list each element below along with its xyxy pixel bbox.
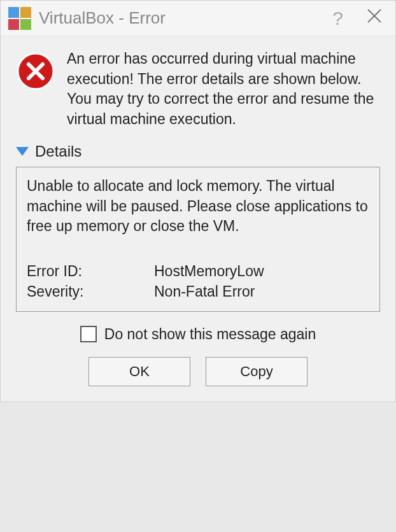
svg-rect-1 (20, 7, 31, 18)
copy-button[interactable]: Copy (206, 357, 308, 386)
close-icon[interactable] (361, 8, 388, 29)
error-id-value: HostMemoryLow (154, 261, 369, 281)
checkbox-row: Do not show this message again (16, 326, 380, 343)
window-title: VirtualBox - Error (39, 8, 332, 28)
error-message: An error has occurred during virtual mac… (67, 49, 380, 130)
dont-show-checkbox[interactable] (80, 326, 97, 342)
details-label: Details (35, 143, 81, 160)
svg-rect-0 (8, 7, 19, 18)
details-toggle[interactable]: Details (16, 143, 380, 160)
button-row: OK Copy (16, 357, 380, 391)
titlebar: VirtualBox - Error ? (1, 1, 395, 36)
help-icon[interactable]: ? (332, 8, 343, 29)
svg-rect-3 (20, 19, 31, 30)
error-id-row: Error ID: HostMemoryLow (27, 261, 369, 281)
error-dialog: VirtualBox - Error ? An error has occurr… (0, 0, 396, 402)
details-text: Unable to allocate and lock memory. The … (27, 176, 369, 237)
virtualbox-icon (8, 7, 31, 30)
severity-value: Non-Fatal Error (154, 281, 369, 302)
svg-rect-2 (8, 19, 19, 30)
severity-row: Severity: Non-Fatal Error (27, 281, 369, 302)
ok-button[interactable]: OK (88, 357, 190, 386)
dont-show-label: Do not show this message again (104, 326, 316, 343)
error-id-label: Error ID: (27, 261, 154, 281)
message-row: An error has occurred during virtual mac… (16, 49, 380, 130)
error-icon (16, 52, 55, 91)
expand-triangle-icon (16, 147, 29, 156)
severity-label: Severity: (27, 281, 154, 302)
details-box: Unable to allocate and lock memory. The … (16, 167, 380, 312)
dialog-content: An error has occurred during virtual mac… (1, 36, 395, 402)
